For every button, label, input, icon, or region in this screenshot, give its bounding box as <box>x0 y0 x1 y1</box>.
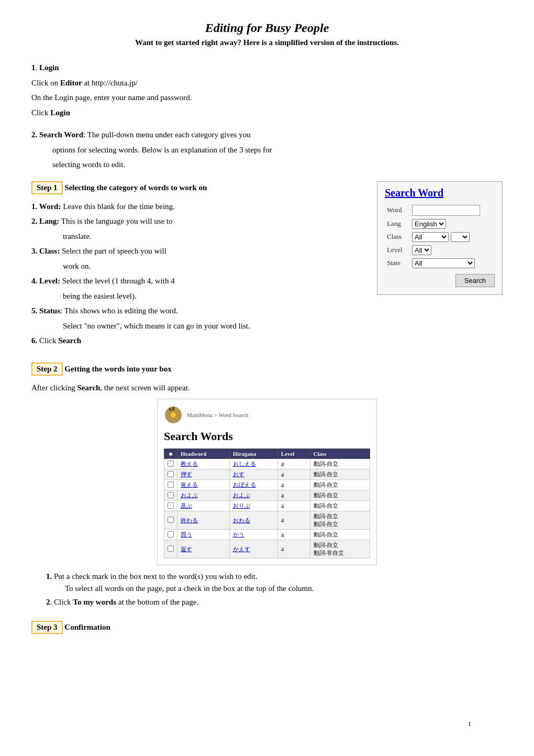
class-cell: 動詞-自立 <box>310 530 370 540</box>
table-row: 教える おしえる 4 動詞-自立 <box>164 459 370 469</box>
row-checkbox[interactable] <box>168 471 174 477</box>
section1-title: Login <box>39 63 59 72</box>
hiragana-cell: おわる <box>229 511 277 530</box>
section1-line1: Click on Editor at http://chuta.jp/ <box>31 77 503 89</box>
headword-cell: 買う <box>177 530 230 540</box>
word-input[interactable] <box>412 205 480 216</box>
row-checkbox[interactable] <box>168 545 174 552</box>
step3-label: Step 3 <box>31 621 63 634</box>
screenshot-breadcrumb: MainMenu > Word Search <box>187 412 248 418</box>
step2-title: Getting the words into your box <box>64 365 171 373</box>
step1-item4-indent: being the easiest level). <box>63 290 366 302</box>
col-check: ■ <box>164 449 177 459</box>
row-checkbox[interactable] <box>168 492 174 498</box>
col-headword: Headword <box>177 449 230 459</box>
step1-label: Step 1 <box>31 181 63 194</box>
headword-cell: およぶ <box>177 490 230 501</box>
section1-number: 1 <box>31 63 36 72</box>
hiragana-cell: かう <box>229 530 277 540</box>
step1-item6: 6. Click Search <box>31 335 366 347</box>
table-row: 返す かえす 4 動詞-自立 動詞-非自立 <box>164 540 370 558</box>
level-cell: 4 <box>277 530 310 540</box>
step2-instruction1: 1. Put a check mark in the box next to t… <box>46 571 503 594</box>
table-row: 覚える おぼえる 4 動詞-自立 <box>164 480 370 490</box>
page-subtitle: Want to get started right away? Here is … <box>31 38 503 47</box>
section2-desc3: selecting words to edit. <box>52 159 503 171</box>
class-select-1[interactable]: All <box>412 232 449 242</box>
level-cell: 4 <box>277 501 310 511</box>
step1-item2-indent: translate. <box>63 231 366 243</box>
state-select[interactable]: All <box>412 258 475 268</box>
class-cell: 動詞-自立 動詞-自立 <box>310 511 370 530</box>
section2-desc2: options for selecting words. Below is an… <box>52 144 503 156</box>
hiragana-cell: かえす <box>229 540 277 558</box>
word-label: Word <box>385 203 410 217</box>
step2-label: Step 2 <box>31 363 63 376</box>
step1-item3-indent: work on. <box>63 260 366 272</box>
section1-line3: Click Login <box>31 107 503 119</box>
col-class: Class <box>310 449 370 459</box>
hiragana-cell: おりぶ <box>229 501 277 511</box>
lang-select[interactable]: English <box>412 219 446 229</box>
search-word-title: Search Word <box>385 187 495 199</box>
level-cell: 4 <box>277 459 310 469</box>
class-cell: 動詞-自立 <box>310 490 370 501</box>
svg-point-2 <box>171 412 176 418</box>
word-search-table: ■ Headword Hiragana Level Class 教える おしえる… <box>164 448 370 558</box>
step3-title: Confirmation <box>64 623 110 631</box>
headword-cell: 覚える <box>177 480 230 490</box>
class-cell: 動詞-自立 動詞-非自立 <box>310 540 370 558</box>
step1-item3: 3. Class: Select the part of speech you … <box>31 245 366 257</box>
table-row: 及ぶ おりぶ 4 動詞-自立 <box>164 501 370 511</box>
step1-item4: 4. Level: Select the level (1 through 4,… <box>31 275 366 287</box>
table-row: 買う かう 4 動詞-自立 <box>164 530 370 540</box>
step1-box: Step 1 Selecting the category of words t… <box>31 181 366 198</box>
step1-item5: 5. Status: This shows who is editing the… <box>31 305 366 317</box>
headword-cell: 押す <box>177 469 230 480</box>
headword-cell: 返す <box>177 540 230 558</box>
row-checkbox[interactable] <box>168 461 174 467</box>
search-button[interactable]: Search <box>455 274 495 287</box>
step2-intro: After clicking Search, the next screen w… <box>31 382 503 394</box>
word-search-screenshot: MainMenu > Word Search Search Words ■ He… <box>157 399 377 565</box>
level-cell: 4 <box>277 540 310 558</box>
step2-instruction1-indent: To select all words on the page, put a c… <box>65 583 503 595</box>
level-select[interactable]: All <box>412 245 431 255</box>
row-checkbox[interactable] <box>168 531 174 538</box>
hiragana-cell: おぼえる <box>229 480 277 490</box>
headword-cell: 及ぶ <box>177 501 230 511</box>
row-checkbox[interactable] <box>168 502 174 509</box>
headword-cell: 終わる <box>177 511 230 530</box>
step1-title: Selecting the category of words to work … <box>64 183 207 192</box>
table-row: 押す おす 4 動詞-自立 <box>164 469 370 480</box>
table-row: 終わる おわる 4 動詞-自立 動詞-自立 <box>164 511 370 530</box>
class-cell: 動詞-自立 <box>310 501 370 511</box>
level-label: Level <box>385 244 410 257</box>
hiragana-cell: おす <box>229 469 277 480</box>
state-label: State <box>385 257 410 270</box>
step1-item5-indent: Select "no owner", which means it can go… <box>63 320 366 332</box>
lang-label: Lang <box>385 217 410 231</box>
step1-item2: 2. Lang: This is the language you will u… <box>31 215 366 227</box>
logo-icon <box>164 406 183 424</box>
section1-line2: On the Login page, enter your name and p… <box>31 92 503 104</box>
level-cell: 4 <box>277 469 310 480</box>
row-checkbox[interactable] <box>168 517 174 523</box>
class-cell: 動詞-自立 <box>310 459 370 469</box>
class-cell: 動詞-自立 <box>310 480 370 490</box>
search-word-panel: Search Word Word Lang English <box>377 181 503 295</box>
search-words-title: Search Words <box>164 430 370 443</box>
search-form-table: Word Lang English Class <box>385 203 495 270</box>
level-cell: 4 <box>277 490 310 501</box>
section2-desc: 2. Search Word: The pull-down menu under… <box>31 129 503 141</box>
col-level: Level <box>277 449 310 459</box>
class-select-2[interactable] <box>451 232 470 242</box>
table-row: およぶ およぶ 4 動詞-自立 <box>164 490 370 501</box>
level-cell: 4 <box>277 480 310 490</box>
headword-cell: 教える <box>177 459 230 469</box>
hiragana-cell: おしえる <box>229 459 277 469</box>
class-cell: 動詞-自立 <box>310 469 370 480</box>
col-hiragana: Hiragana <box>229 449 277 459</box>
row-checkbox[interactable] <box>168 481 174 488</box>
level-cell: 4 <box>277 511 310 530</box>
